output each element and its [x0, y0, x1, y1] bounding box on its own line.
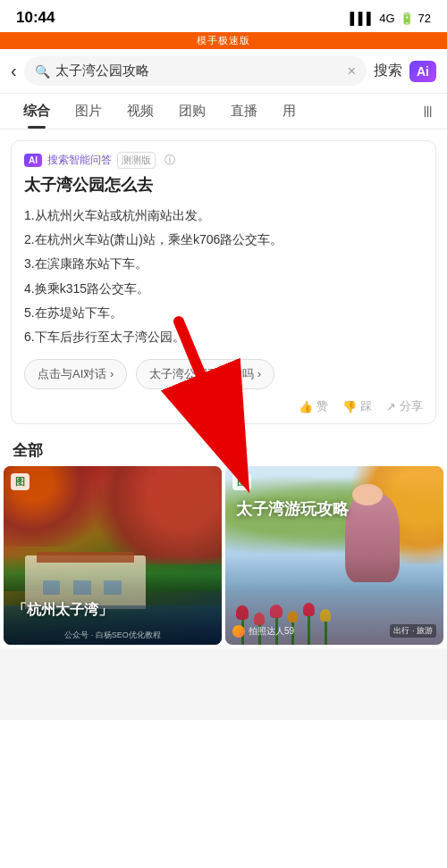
step-5: 5.在苏堤站下车。 — [24, 302, 423, 324]
ai-logo: AI — [24, 154, 42, 167]
card2-avatar — [232, 625, 245, 638]
search-bar: ‹ 🔍 太子湾公园攻略 × 搜索 Ai — [0, 49, 447, 94]
ai-answer-card: AI 搜索智能问答 测测版 ⓘ 太子湾公园怎么去 1.从杭州火车站或杭州南站出发… — [11, 140, 436, 424]
tab-more[interactable]: 用 — [270, 94, 308, 129]
battery-level: 72 — [418, 12, 431, 25]
bottom-spacer — [0, 648, 447, 720]
tab-live[interactable]: 直播 — [218, 94, 270, 129]
card2-tag: 出行 · 旅游 — [390, 624, 436, 638]
clear-search-button[interactable]: × — [348, 63, 356, 79]
card1-type-icon: 图 — [11, 473, 30, 490]
search-button[interactable]: 搜索 — [374, 62, 402, 80]
card2-author: 拍照达人59 — [249, 625, 294, 638]
card1-watermark: 公众号 · 白杨SEO优化教程 — [64, 630, 161, 641]
step-2: 2.在杭州火车站(萧山)站，乘坐k706路公交车。 — [24, 229, 423, 251]
card1-title: 「杭州太子湾」 — [13, 601, 213, 620]
image-card-1[interactable]: 图 「杭州太子湾」 公众号 · 白杨SEO优化教程 — [4, 466, 222, 645]
card2-type-icon: 图 — [232, 473, 251, 490]
ai-badge[interactable]: Ai — [409, 61, 436, 82]
status-time: 10:44 — [16, 9, 55, 27]
search-query-text: 太子湾公园攻略 — [55, 63, 342, 79]
like-button[interactable]: 👍 赞 — [299, 398, 328, 414]
ai-card-title: 太子湾公园怎么去 — [24, 174, 423, 196]
status-icons: ▌▌▌ 4G 🔋 72 — [350, 12, 431, 25]
search-input-wrap[interactable]: 🔍 太子湾公园攻略 × — [24, 56, 367, 86]
image-grid: 图 「杭州太子湾」 公众号 · 白杨SEO优化教程 — [0, 466, 447, 648]
back-button[interactable]: ‹ — [11, 61, 17, 81]
filter-icon[interactable]: ⫼ — [420, 102, 436, 121]
signal-icon: ▌▌▌ — [350, 12, 375, 25]
card2-meta: 拍照达人59 出行 · 旅游 — [232, 624, 436, 638]
network-type: 4G — [379, 12, 394, 25]
card2-title: 太子湾游玩攻略 — [236, 498, 349, 520]
battery-icon: 🔋 — [400, 12, 414, 25]
tab-images[interactable]: 图片 — [63, 94, 114, 129]
watermark-bar: 模手极速版 — [0, 32, 447, 49]
status-bar: 10:44 ▌▌▌ 4G 🔋 72 — [0, 0, 447, 32]
tab-comprehensive[interactable]: 综合 — [11, 94, 63, 129]
ai-chat-button[interactable]: 点击与AI对话 › — [24, 359, 127, 389]
share-icon: ↗ — [386, 400, 396, 413]
tab-groupbuy[interactable]: 团购 — [166, 94, 218, 129]
dislike-button[interactable]: 👎 踩 — [342, 398, 372, 414]
ai-card-label: 搜索智能问答 — [47, 153, 112, 168]
watermark-text: 模手极速版 — [197, 35, 250, 46]
step-3: 3.在滨康路东站下车。 — [24, 253, 423, 275]
step-6: 6.下车后步行至太子湾公园。 — [24, 326, 423, 348]
thumbs-down-icon: 👎 — [342, 400, 357, 413]
ai-card-header: AI 搜索智能问答 测测版 ⓘ — [24, 152, 423, 169]
tabs-bar: 综合 图片 视频 团购 直播 用 ⫼ — [0, 94, 447, 129]
ai-card-beta: 测测版 — [117, 152, 156, 169]
ai-card-info-icon[interactable]: ⓘ — [164, 153, 175, 168]
ai-action-buttons: 点击与AI对话 › 太子湾公园要预约吗 › — [24, 359, 423, 389]
search-icon: 🔍 — [35, 64, 50, 79]
step-4: 4.换乘k315路公交车。 — [24, 278, 423, 300]
ai-card-content: 1.从杭州火车站或杭州南站出发。 2.在杭州火车站(萧山)站，乘坐k706路公交… — [24, 204, 423, 348]
step-1: 1.从杭州火车站或杭州南站出发。 — [24, 204, 423, 227]
share-button[interactable]: ↗ 分享 — [386, 398, 423, 414]
section-header: 全部 — [0, 431, 447, 466]
feedback-row: 👍 赞 👎 踩 ↗ 分享 — [24, 398, 423, 414]
image-card-2[interactable]: 图 太子湾游玩攻略 拍照达人59 出行 · 旅游 — [225, 466, 443, 645]
ai-reservation-button[interactable]: 太子湾公园要预约吗 › — [136, 359, 274, 389]
tab-videos[interactable]: 视频 — [114, 94, 166, 129]
thumbs-up-icon: 👍 — [299, 400, 313, 413]
